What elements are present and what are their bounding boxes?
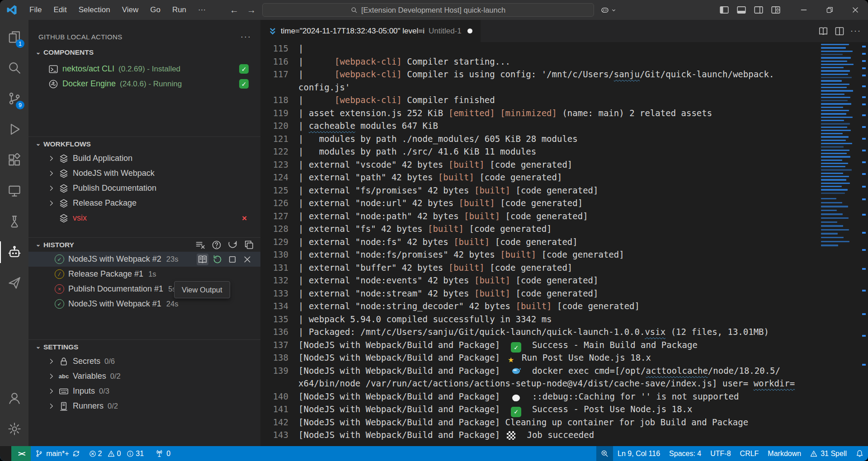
clear-history-icon[interactable] — [195, 240, 205, 250]
open-preview-icon[interactable] — [816, 24, 830, 38]
stop-icon[interactable] — [226, 254, 238, 265]
editor-line[interactable]: 121| modules by path ./node_modules/ 605… — [260, 132, 818, 146]
editor-line[interactable]: 131| external "buffer" 42 bytes [built] … — [260, 261, 818, 274]
menu-more[interactable]: ··· — [192, 3, 212, 17]
section-header-workflows[interactable]: ⌄ WORKFLOWS — [28, 136, 260, 151]
activity-search[interactable] — [0, 52, 28, 83]
menu-selection[interactable]: Selection — [73, 3, 116, 17]
status-indentation[interactable]: Spaces: 4 — [665, 446, 706, 461]
editor-line[interactable]: x64/bin/node /var/run/act/actions/action… — [260, 377, 818, 390]
editor-line[interactable]: 118| [webpack-cli] Compiler finished — [260, 94, 818, 107]
editor-line[interactable]: 139[NodeJS with Webpack/Build and Packag… — [260, 364, 818, 377]
menu-go[interactable]: Go — [144, 3, 166, 17]
toggle-sidebar-icon[interactable] — [717, 3, 731, 17]
editor-line[interactable]: 137[NodeJS with Webpack/Build and Packag… — [260, 339, 818, 352]
activity-remote-explorer[interactable] — [0, 175, 28, 206]
minimize-button[interactable] — [791, 0, 816, 20]
workflow-item[interactable]: Release Package — [28, 196, 260, 211]
editor-line[interactable]: 143[NodeJS with Webpack/Build and Packag… — [260, 428, 818, 442]
component-item[interactable]: Docker Engine(24.0.6) - Running✓ — [28, 76, 260, 91]
status-spell-checker[interactable]: 31 Spell — [806, 446, 851, 461]
close-button[interactable] — [842, 0, 868, 20]
status-problems[interactable]: 2031 — [85, 446, 151, 461]
settings-item-runners[interactable]: Runners0/2 — [28, 399, 260, 414]
duplicate-icon[interactable] — [244, 240, 254, 250]
editor-line[interactable]: 138[NodeJS with Webpack/Build and Packag… — [260, 351, 818, 364]
history-item[interactable]: ✓NodeJS with Webpack #223s — [28, 252, 260, 267]
editor-line[interactable]: 119| asset extension.js 252 KiB [emitted… — [260, 107, 818, 120]
view-output-icon[interactable] — [197, 254, 208, 265]
section-header-settings[interactable]: ⌄ SETTINGS — [28, 339, 260, 354]
editor-line[interactable]: 127| external "node:path" 42 bytes [buil… — [260, 210, 818, 223]
tab-untitled-1[interactable]: time="2024-11-17T18:32:43-05:00" level=i… — [260, 20, 481, 42]
editor-line[interactable]: 135| webpack 5.94.0 compiled successfull… — [260, 313, 818, 326]
history-item[interactable]: ✓NodeJS with Webpack #124s — [28, 296, 260, 311]
status-language-mode[interactable]: Markdown — [763, 446, 806, 461]
workflow-item[interactable]: NodeJS with Webpack — [28, 166, 260, 181]
copilot-menu[interactable] — [600, 5, 616, 14]
editor-line[interactable]: 124| external "path" 42 bytes [built] [c… — [260, 171, 818, 184]
editor-line[interactable]: 122| modules by path ./src/ 41.6 KiB 11 … — [260, 145, 818, 158]
activity-testing[interactable] — [0, 206, 28, 237]
settings-item-inputs[interactable]: Inputs0/3 — [28, 384, 260, 399]
editor-line[interactable]: 141[NodeJS with Webpack/Build and Packag… — [260, 403, 818, 416]
modified-indicator-dot[interactable] — [467, 28, 472, 33]
command-center-search[interactable]: [Extension Development Host] quick-launc… — [262, 3, 594, 17]
activity-github-actions[interactable] — [0, 268, 28, 298]
editor-line[interactable]: 120| cacheable modules 647 KiB — [260, 119, 818, 132]
toggle-secondary-sidebar-icon[interactable] — [752, 3, 765, 17]
activity-extensions[interactable] — [0, 145, 28, 175]
editor-line[interactable]: 115| — [260, 42, 818, 55]
restart-icon[interactable] — [212, 254, 223, 265]
toggle-panel-icon[interactable] — [735, 3, 748, 17]
editor-line[interactable]: config.js' — [260, 81, 818, 94]
section-header-components[interactable]: ⌄ COMPONENTS — [28, 45, 260, 60]
menu-view[interactable]: View — [116, 3, 145, 17]
component-item[interactable]: nektos/act CLI(0.2.69) - Installed✓ — [28, 61, 260, 76]
workflow-item-error[interactable]: vsix× — [28, 211, 260, 226]
section-header-history[interactable]: ⌄ HISTORY — [28, 237, 260, 252]
minimap[interactable] — [819, 42, 860, 446]
settings-item-secrets[interactable]: Secrets0/6 — [28, 354, 260, 369]
editor-line[interactable]: 132| external "node:events" 42 bytes [bu… — [260, 274, 818, 287]
editor-line[interactable]: 136| Packaged: /mnt/c/Users/sanju/Git/qu… — [260, 325, 818, 339]
activity-explorer[interactable]: 1 — [0, 22, 28, 52]
customize-layout-icon[interactable] — [769, 3, 783, 17]
menu-edit[interactable]: Edit — [47, 3, 72, 17]
status-encoding[interactable]: UTF-8 — [706, 446, 735, 461]
editor-line[interactable]: 142[NodeJS with Webpack/Build and Packag… — [260, 416, 818, 429]
editor-line[interactable]: 123| external "vscode" 42 bytes [built] … — [260, 158, 818, 171]
activity-run-debug[interactable] — [0, 114, 28, 145]
split-editor-icon[interactable] — [833, 24, 846, 38]
history-item[interactable]: ⁄Release Package #11s — [28, 267, 260, 282]
nav-back-icon[interactable]: ← — [230, 5, 239, 15]
menu-run[interactable]: Run — [166, 3, 192, 17]
editor-line[interactable]: 116| [webpack-cli] Compiler starting... — [260, 55, 818, 68]
refresh-icon[interactable] — [228, 240, 238, 250]
editor-text-area[interactable]: 115|116| [webpack-cli] Compiler starting… — [260, 42, 818, 446]
editor-line[interactable]: 117| [webpack-cli] Compiler is using con… — [260, 68, 818, 81]
overview-ruler[interactable] — [860, 42, 868, 446]
status-zoom-indicator[interactable] — [596, 446, 613, 461]
sidebar-more-actions-icon[interactable]: ··· — [241, 32, 251, 42]
editor-line[interactable]: 126| external "node:url" 42 bytes [built… — [260, 197, 818, 210]
remove-icon[interactable] — [241, 254, 253, 265]
nav-forward-icon[interactable]: → — [247, 5, 256, 15]
activity-source-control[interactable]: 9 — [0, 83, 28, 114]
restore-button[interactable] — [816, 0, 842, 20]
status-cursor-position[interactable]: Ln 9, Col 116 — [613, 446, 665, 461]
activity-accounts[interactable] — [0, 383, 28, 414]
editor-line[interactable]: 130| external "node:fs/promises" 42 byte… — [260, 248, 818, 261]
editor-line[interactable]: 133| external "node:stream" 42 bytes [bu… — [260, 287, 818, 300]
status-eol[interactable]: CRLF — [736, 446, 764, 461]
status-ports[interactable]: 0 — [151, 446, 175, 461]
status-git-branch[interactable]: main*+ — [31, 446, 84, 461]
status-notifications[interactable] — [851, 446, 868, 461]
more-actions-icon[interactable]: ··· — [849, 24, 863, 38]
help-icon[interactable] — [212, 240, 222, 250]
editor-line[interactable]: 134| external "node:string_decoder" 42 b… — [260, 300, 818, 313]
activity-manage[interactable] — [0, 414, 28, 444]
editor-line[interactable]: 129| external "node:fs" 42 bytes [built]… — [260, 235, 818, 249]
workflow-item[interactable]: Publish Documentation — [28, 181, 260, 196]
editor-line[interactable]: 140[NodeJS with Webpack/Build and Packag… — [260, 390, 818, 403]
